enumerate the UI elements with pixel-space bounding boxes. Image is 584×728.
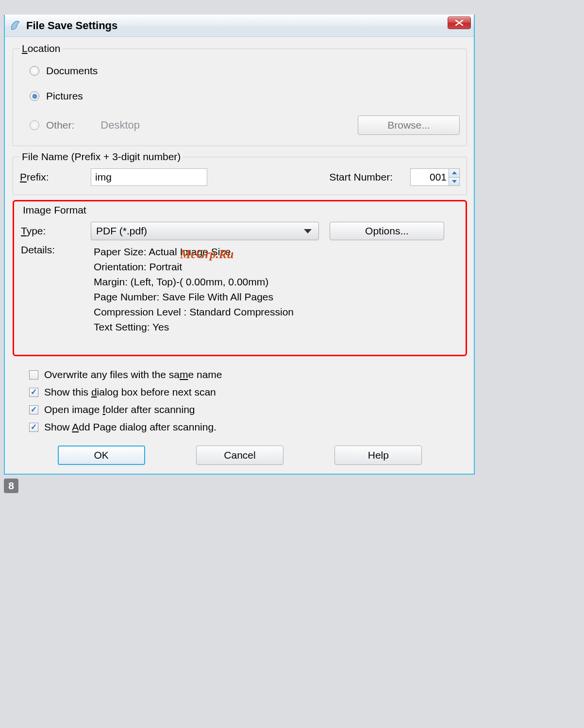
show-dialog-checkbox[interactable] bbox=[29, 388, 38, 397]
documents-radio[interactable] bbox=[30, 66, 39, 76]
page-number-badge: 8 bbox=[4, 479, 18, 493]
browse-button[interactable]: Browse... bbox=[358, 116, 460, 135]
titlebar: File Save Settings bbox=[5, 15, 474, 37]
close-button[interactable] bbox=[448, 17, 471, 29]
filename-group: File Name (Prefix + 3-digit number) Pref… bbox=[13, 151, 467, 195]
overwrite-label: Overwrite any files with the same name bbox=[44, 369, 222, 381]
show-add-page-label: Show Add Page dialog after scanning. bbox=[44, 421, 217, 433]
start-number-spinner bbox=[410, 168, 460, 186]
start-number-input[interactable] bbox=[411, 169, 449, 185]
other-radio[interactable] bbox=[30, 120, 39, 130]
type-label: Type: bbox=[21, 225, 89, 237]
pictures-label: Pictures bbox=[46, 90, 83, 102]
image-format-group: Image Format Type: PDF (*.pdf) Options..… bbox=[17, 204, 463, 336]
location-group: Location Documents Pictures Other: Deskt… bbox=[13, 43, 467, 146]
app-icon bbox=[9, 19, 22, 33]
spinner-down-button[interactable] bbox=[449, 178, 459, 186]
file-save-settings-dialog: File Save Settings Location Documents Pi… bbox=[4, 15, 475, 475]
start-number-label: Start Number: bbox=[329, 171, 407, 183]
show-add-page-checkbox[interactable] bbox=[29, 423, 38, 432]
type-dropdown[interactable]: PDF (*.pdf) bbox=[91, 222, 319, 240]
spinner-up-button[interactable] bbox=[449, 169, 459, 178]
chevron-down-icon bbox=[452, 180, 457, 183]
highlight-box: Image Format Type: PDF (*.pdf) Options..… bbox=[13, 200, 467, 356]
details-text: McGrp.Ru Paper Size: Actual Image Size O… bbox=[94, 244, 294, 334]
button-bar: OK Cancel Help bbox=[13, 439, 467, 465]
prefix-label: Prefix: bbox=[20, 171, 88, 183]
pictures-radio[interactable] bbox=[30, 91, 39, 101]
filename-legend: File Name (Prefix + 3-digit number) bbox=[20, 151, 183, 163]
location-legend: Location bbox=[20, 43, 62, 54]
watermark-text: McGrp.Ru bbox=[180, 247, 234, 262]
details-label: Details: bbox=[21, 244, 94, 256]
other-label: Other: bbox=[46, 119, 74, 131]
open-folder-checkbox[interactable] bbox=[29, 405, 38, 414]
prefix-input[interactable] bbox=[91, 168, 207, 186]
chevron-up-icon bbox=[452, 171, 457, 174]
cancel-button[interactable]: Cancel bbox=[196, 446, 284, 465]
other-path: Desktop bbox=[100, 119, 140, 132]
documents-label: Documents bbox=[46, 65, 98, 77]
overwrite-checkbox[interactable] bbox=[29, 370, 38, 380]
window-title: File Save Settings bbox=[26, 19, 117, 32]
show-dialog-label: Show this dialog box before next scan bbox=[44, 386, 216, 398]
image-format-legend: Image Format bbox=[21, 204, 88, 216]
help-button[interactable]: Help bbox=[334, 446, 422, 465]
open-folder-label: Open image folder after scanning bbox=[44, 404, 195, 415]
options-button[interactable]: Options... bbox=[330, 222, 444, 240]
ok-button[interactable]: OK bbox=[58, 446, 145, 465]
